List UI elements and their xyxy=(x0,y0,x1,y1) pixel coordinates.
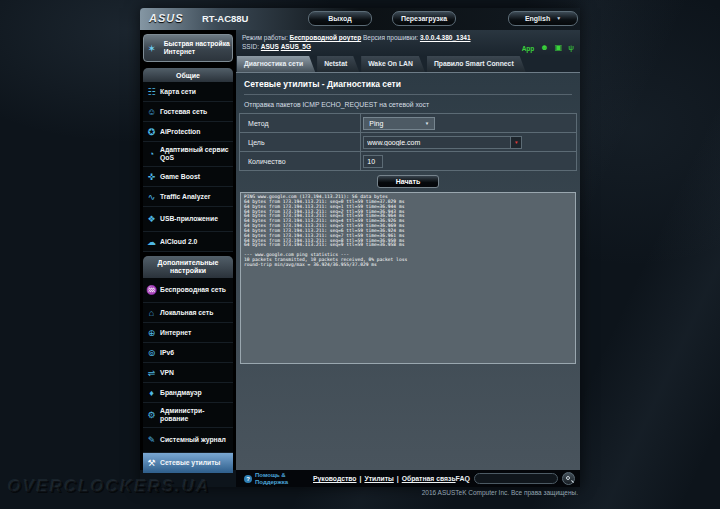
sidebar-item-game-boost[interactable]: ✜ Game Boost xyxy=(143,167,233,187)
ping-output-text: PING www.google.com (173.194.113.211): 5… xyxy=(244,195,572,268)
network-devices-icon[interactable]: ▣ xyxy=(555,44,563,52)
sidebar-item-network-tools[interactable]: ⚒ Сетевые утилиты xyxy=(143,453,233,473)
sidebar-item-firewall[interactable]: ♦ Брандмауэр xyxy=(143,383,233,403)
clients-icon[interactable]: ☻ xyxy=(540,44,548,52)
puzzle-icon: ❖ xyxy=(143,214,160,224)
help-support-link[interactable]: ? Помощь & Поддержка xyxy=(244,472,295,486)
faq-search: FAQ xyxy=(456,472,575,485)
search-button[interactable] xyxy=(562,472,575,485)
sidebar-item-administration[interactable]: ⚙ Администри­рование xyxy=(143,403,233,428)
chevron-down-icon: ▼ xyxy=(556,12,561,25)
title-bar: ASUS RT-AC88U Выход Перезагрузка English… xyxy=(140,8,580,30)
utilities-link[interactable]: Утилиты xyxy=(364,475,393,482)
info-bar: Режим работы: Беспроводной роутер Версия… xyxy=(236,30,580,56)
asus-logo: ASUS xyxy=(149,12,184,24)
cloud-icon: ☁ xyxy=(143,237,160,247)
start-button[interactable]: Начать xyxy=(377,175,439,188)
gamepad-icon: ✜ xyxy=(143,172,160,182)
tab-network-diagnostics[interactable]: Диагностика сети xyxy=(237,56,315,72)
network-map-icon: ☷ xyxy=(143,87,160,97)
watermark: OVERCLOCKERS.UA xyxy=(8,477,211,497)
count-label: Количество xyxy=(240,152,361,171)
feedback-link[interactable]: Обратная связь xyxy=(402,475,456,482)
tab-wake-on-lan[interactable]: Wake On LAN xyxy=(361,56,425,72)
chevron-down-icon: ▼ xyxy=(425,121,429,126)
sidebar-item-adaptive-qos[interactable]: ◔ Адаптивный сервис QoS xyxy=(143,142,233,167)
sidebar-item-traffic-analyzer[interactable]: ∿ Traffic Analyzer xyxy=(143,187,233,207)
target-dropdown-button[interactable]: ▼ xyxy=(511,136,522,149)
ssid-label: SSID: xyxy=(242,43,259,50)
count-input[interactable] xyxy=(363,155,383,168)
form-row-method: Метод Ping ▼ xyxy=(240,114,577,133)
sidebar-item-aicloud[interactable]: ☁ AiCloud 2.0 xyxy=(143,232,233,252)
form-row-count: Количество xyxy=(240,152,577,171)
sidebar-item-aiprotection[interactable]: ✪ AiProtection xyxy=(143,122,233,142)
magic-wand-icon: ✶ xyxy=(144,43,160,54)
sidebar-item-vpn[interactable]: ⇌ VPN xyxy=(143,363,233,383)
manual-link[interactable]: Руководство xyxy=(313,475,357,482)
log-pencil-icon: ✎ xyxy=(143,435,160,445)
question-icon: ? xyxy=(244,475,252,483)
traffic-chart-icon: ∿ xyxy=(143,192,160,202)
desktop-background: ASUS RT-AC88U Выход Перезагрузка English… xyxy=(0,0,720,509)
language-value: English xyxy=(525,12,550,25)
method-select[interactable]: Ping ▼ xyxy=(363,117,435,130)
gauge-icon: ◔ xyxy=(143,149,160,159)
method-label: Метод xyxy=(240,114,361,133)
wrench-icon: ⚒ xyxy=(143,458,160,468)
faq-search-input[interactable] xyxy=(474,473,558,484)
admin-gear-icon: ⚙ xyxy=(143,410,160,420)
globe-ipv6-icon: ⊚ xyxy=(143,348,160,358)
mode-label: Режим работы: xyxy=(242,34,288,41)
faq-label: FAQ xyxy=(456,475,470,482)
main-area: Режим работы: Беспроводной роутер Версия… xyxy=(236,30,580,470)
content-panel: Сетевые утилиты - Диагностика сети Отпра… xyxy=(236,72,580,470)
firmware-label: Версия прошивки: xyxy=(363,34,418,41)
sidebar-section-general: Общие xyxy=(143,68,233,82)
footer-links: Руководство|Утилиты|Обратная связь xyxy=(313,475,456,482)
tab-netstat[interactable]: Netstat xyxy=(317,56,359,72)
mode-link[interactable]: Беспроводной роутер xyxy=(290,34,362,41)
ssid-link-5g[interactable]: ASUS_5G xyxy=(281,43,311,50)
sidebar: ✶ Быстрая настройка Интернет Общие ☷ Кар… xyxy=(140,30,236,470)
magnifier-icon xyxy=(566,476,570,480)
sidebar-item-guest-network[interactable]: ☺ Гостевая сеть xyxy=(143,102,233,122)
usb-icon[interactable]: ψ xyxy=(568,44,574,52)
target-input[interactable] xyxy=(363,136,511,149)
home-icon: ⌂ xyxy=(143,308,160,318)
globe-icon: ⊕ xyxy=(143,328,160,338)
diagnostics-form: Метод Ping ▼ Цель xyxy=(239,113,577,171)
wifi-icon: ♒ xyxy=(143,285,160,295)
sidebar-item-usb-application[interactable]: ❖ USB-приложение xyxy=(143,207,233,232)
status-icons: App ☻ ▣ ψ xyxy=(522,44,574,52)
router-admin-window: ASUS RT-AC88U Выход Перезагрузка English… xyxy=(140,8,580,487)
sidebar-section-advanced: Дополнительные настройки xyxy=(143,256,233,278)
app-badge[interactable]: App xyxy=(522,45,535,52)
reboot-button[interactable]: Перезагрузка xyxy=(392,11,456,26)
shield-lock-icon: ✪ xyxy=(143,127,160,137)
sidebar-item-ipv6[interactable]: ⊚ IPv6 xyxy=(143,343,233,363)
tab-bar: Диагностика сети Netstat Wake On LAN Пра… xyxy=(236,56,580,72)
sidebar-item-system-log[interactable]: ✎ Системный журнал xyxy=(143,428,233,453)
firmware-link[interactable]: 3.0.0.4.380_1341 xyxy=(420,34,471,41)
page-title: Сетевые утилиты - Диагностика сети xyxy=(244,79,572,95)
firewall-shield-icon: ♦ xyxy=(143,388,160,398)
logout-button[interactable]: Выход xyxy=(308,11,372,26)
ssid-link-24g[interactable]: ASUS xyxy=(261,43,279,50)
tab-smart-connect-rule[interactable]: Правило Smart Connect xyxy=(427,56,526,72)
sidebar-item-lan[interactable]: ⌂ Локальная сеть xyxy=(143,303,233,323)
target-label: Цель xyxy=(240,133,361,152)
vpn-icon: ⇌ xyxy=(143,368,160,378)
sidebar-item-quick-setup[interactable]: ✶ Быстрая настройка Интернет xyxy=(143,34,233,62)
language-dropdown[interactable]: English ▼ xyxy=(508,11,578,26)
guest-network-icon: ☺ xyxy=(143,107,160,117)
sidebar-item-wan[interactable]: ⊕ Интернет xyxy=(143,323,233,343)
router-model: RT-AC88U xyxy=(202,13,248,24)
page-description: Отправка пакетов ICMP ECHO_REQUEST на се… xyxy=(244,101,572,108)
copyright-text: 2016 ASUSTeK Computer Inc. Все права защ… xyxy=(422,489,578,496)
form-row-target: Цель ▼ xyxy=(240,133,577,152)
sidebar-item-wireless[interactable]: ♒ Беспроводная сеть xyxy=(143,278,233,303)
sidebar-item-network-map[interactable]: ☷ Карта сети xyxy=(143,82,233,102)
ping-output-box[interactable]: PING www.google.com (173.194.113.211): 5… xyxy=(240,192,576,364)
window-body: ✶ Быстрая настройка Интернет Общие ☷ Кар… xyxy=(140,30,580,470)
